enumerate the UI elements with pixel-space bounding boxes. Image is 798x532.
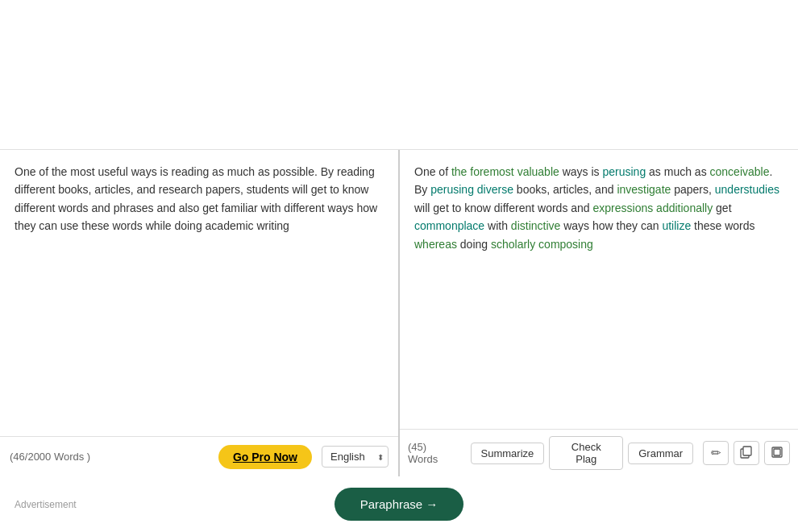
summarize-button[interactable]: Summarize: [471, 443, 545, 464]
language-select[interactable]: English Spanish French: [322, 446, 389, 468]
right-word-count: (45) Words: [408, 441, 459, 465]
panels-row: One of the most useful ways is reading a…: [0, 149, 798, 476]
svg-rect-3: [774, 449, 780, 455]
left-word-count: (46/2000 Words ): [10, 451, 218, 463]
main-container: One of the most useful ways is reading a…: [0, 0, 798, 532]
svg-rect-1: [743, 447, 751, 455]
highlight-perusing-diverse: perusing diverse: [430, 183, 513, 196]
highlight-foremost-valuable: the foremost valuable: [451, 165, 559, 178]
copy-icon: [740, 446, 753, 461]
highlight-whereas: whereas: [414, 238, 457, 251]
highlight-commonplace: commonplace: [414, 219, 484, 232]
advertisement-label: Advertisement: [15, 499, 77, 510]
left-text-area[interactable]: One of the most useful ways is reading a…: [0, 150, 398, 436]
copy-icon-button[interactable]: [734, 441, 759, 465]
go-pro-bold: Now: [273, 451, 297, 463]
clipboard-icon: [771, 446, 783, 461]
top-spacer: [0, 0, 798, 149]
highlight-scholarly-composing: scholarly composing: [491, 238, 593, 251]
language-select-wrapper: English Spanish French ⬍: [322, 446, 389, 468]
left-bottom-bar: (46/2000 Words ) Go Pro Now English Span…: [0, 436, 398, 476]
highlight-utilize: utilize: [662, 219, 691, 232]
highlight-conceivable: conceivable: [710, 165, 770, 178]
right-panel: One of the foremost valuable ways is per…: [400, 150, 798, 476]
paraphrase-bar: Advertisement Paraphrase →: [0, 476, 798, 532]
highlight-understudies: understudies: [715, 183, 779, 196]
go-pro-button[interactable]: Go Pro Now: [218, 445, 312, 469]
right-text-area: One of the foremost valuable ways is per…: [400, 150, 798, 429]
paraphrase-button[interactable]: Paraphrase →: [335, 488, 464, 521]
clipboard-icon-button[interactable]: [764, 441, 790, 465]
check-plag-button[interactable]: Check Plag: [549, 436, 623, 470]
left-panel: One of the most useful ways is reading a…: [0, 150, 400, 476]
grammar-button[interactable]: Grammar: [628, 443, 693, 464]
highlight-distinctive: distinctive: [511, 219, 560, 232]
right-text-content: One of the foremost valuable ways is per…: [414, 163, 783, 253]
right-bottom-bar: (45) Words Summarize Check Plag Grammar …: [400, 429, 798, 476]
edit-icon-button[interactable]: ✏: [703, 441, 729, 465]
highlight-investigate: investigate: [617, 183, 671, 196]
highlight-perusing: perusing: [602, 165, 646, 178]
left-text-content: One of the most useful ways is reading a…: [15, 163, 384, 235]
edit-icon: ✏: [711, 446, 721, 460]
go-pro-label: Go Pro: [233, 451, 274, 463]
highlight-expressions-additionally: expressions additionally: [593, 202, 713, 214]
